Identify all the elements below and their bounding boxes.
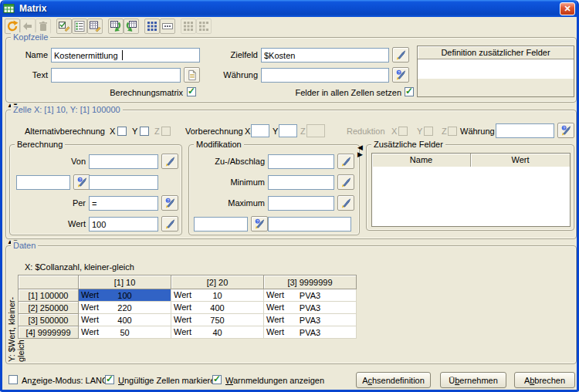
abbrechen-button[interactable]: Abbrechen <box>514 372 575 388</box>
maximum-input[interactable] <box>268 196 334 211</box>
svg-text:?: ? <box>167 198 169 202</box>
text-input[interactable] <box>51 68 181 83</box>
per-label: Per <box>10 198 86 208</box>
cell[interactable]: Wert50 <box>79 326 171 339</box>
table-edit-icon[interactable] <box>87 19 103 34</box>
svg-text:?: ? <box>256 218 259 223</box>
zelle-waehrung-input[interactable] <box>496 123 554 138</box>
cell[interactable]: WertPVA3 <box>264 302 357 314</box>
ungueltige-zellen-checkbox[interactable] <box>105 375 114 384</box>
von-formula-icon[interactable] <box>161 154 178 169</box>
edit-checkbox-icon[interactable] <box>56 19 72 34</box>
zielfeld-formula-icon[interactable] <box>392 47 409 63</box>
per-formula-help-icon[interactable]: ? <box>161 195 178 211</box>
col-header[interactable]: [2] 20 <box>171 275 264 289</box>
cell[interactable]: Wert40 <box>171 326 264 339</box>
zielfeld-input[interactable] <box>261 48 389 63</box>
col-header[interactable]: [1] 10 <box>79 275 171 289</box>
text-label: Text <box>6 70 48 80</box>
alt-y-checkbox[interactable] <box>140 127 149 136</box>
cell[interactable]: WertPVA3 <box>264 314 357 326</box>
name-input[interactable] <box>51 48 200 63</box>
table-export-icon[interactable] <box>124 19 139 34</box>
daten-table: [1] 10 [2] 20 [3] 9999999 [1] 100000 Wer… <box>18 275 357 339</box>
vor-x-input[interactable] <box>251 124 269 137</box>
zelle-waehrung-label: Währung <box>460 127 495 137</box>
grid-disabled-icon-2 <box>196 19 212 34</box>
alt-x-checkbox[interactable] <box>117 127 127 136</box>
achsendefinition-button[interactable]: Achsendefinition <box>356 372 431 388</box>
text-caret <box>122 50 123 60</box>
modifikation-row4-right-input[interactable] <box>268 217 351 231</box>
modifikation-row4-formula-help-icon[interactable]: ? <box>251 216 268 231</box>
zelle-title: Zelle X: [1] 10, Y: [1] 100000 <box>11 105 123 115</box>
ellipsis-icon[interactable] <box>160 19 175 34</box>
modifikation-title: Modifikation <box>194 140 244 150</box>
corner-cell[interactable] <box>19 275 79 289</box>
cell-selected[interactable]: Wert100 <box>79 289 171 302</box>
minimum-formula-icon[interactable] <box>337 174 354 190</box>
zf-col-wert[interactable]: Wert <box>471 154 570 167</box>
maximum-formula-icon[interactable] <box>337 195 354 211</box>
zuabschlag-formula-icon[interactable] <box>337 154 354 169</box>
x-axis-label: X: $Collanzahl, kleiner-gleich <box>25 262 134 272</box>
warnmeldungen-checkbox[interactable] <box>212 375 222 384</box>
table-row: [1] 100000 Wert100 Wert10 WertPVA3 <box>19 289 357 302</box>
row-header[interactable]: [4] 9999999 <box>19 326 79 339</box>
zusaetzliche-felder-table: Name Wert <box>371 153 571 227</box>
zf-col-name[interactable]: Name <box>372 154 471 167</box>
row-header[interactable]: [1] 100000 <box>19 289 79 302</box>
row-header[interactable]: [2] 250000 <box>19 302 79 314</box>
berechnungsmatrix-checkbox[interactable] <box>187 87 196 96</box>
delete-icon <box>36 19 51 34</box>
refresh-icon[interactable] <box>5 19 20 34</box>
cell[interactable]: Wert400 <box>171 302 264 314</box>
berechnung-row2-formula-help-icon[interactable]: ? <box>73 174 90 190</box>
vor-y-input[interactable] <box>279 124 297 137</box>
list-icon[interactable] <box>72 19 87 34</box>
col-header[interactable]: [3] 9999999 <box>264 275 357 289</box>
per-input[interactable] <box>89 196 158 211</box>
felder-in-zellen-checkbox[interactable] <box>405 87 414 96</box>
table-import-icon[interactable] <box>108 19 124 34</box>
grid-icon[interactable] <box>144 19 160 34</box>
window-icon <box>3 2 15 15</box>
berechnung-row2-left-input[interactable] <box>16 175 70 190</box>
kopf-waehrung-formula-help-icon[interactable]: ? <box>392 67 409 83</box>
modifikation-row4-left-input[interactable] <box>194 217 248 231</box>
zusatz-collapse-left-icon[interactable]: ◀▶ <box>357 144 362 158</box>
uebernehmen-button[interactable]: Übernehmen <box>440 372 506 388</box>
berechnungsmatrix-label: Berechnungsmatrix <box>6 88 183 98</box>
warnmeldungen-label: Warnmeldungen anzeigen <box>225 376 324 386</box>
vor-y-label: Y <box>273 127 278 137</box>
red-y-checkbox <box>424 127 433 136</box>
alternativberechnung-label: Alternativberechnung <box>25 127 105 137</box>
close-button[interactable]: ✕ <box>560 2 575 15</box>
anzeige-modus-checkbox[interactable] <box>8 375 18 384</box>
daten-group: Daten X: $Collanzahl, kleiner-gleich Y: … <box>5 245 577 364</box>
kopf-waehrung-input[interactable] <box>261 68 389 83</box>
cell[interactable]: Wert400 <box>79 314 171 326</box>
alt-y-label: Y <box>132 127 137 137</box>
wert-input[interactable] <box>89 217 158 231</box>
row-header[interactable]: [3] 500000 <box>19 314 79 326</box>
cell[interactable]: Wert10 <box>171 289 264 302</box>
modifikation-group: Modifikation Zu-/Abschlag Minimum Maximu… <box>188 144 360 235</box>
wert-formula-icon[interactable] <box>161 216 178 231</box>
zelle-waehrung-formula-help-icon[interactable]: ? <box>557 123 574 138</box>
matrix-window: Matrix ✕ Kopfzeile Name <box>0 0 579 392</box>
minimum-input[interactable] <box>268 175 334 190</box>
cell[interactable]: Wert220 <box>79 302 171 314</box>
cell[interactable]: WertPVA3 <box>264 326 357 339</box>
von-input[interactable] <box>89 154 158 169</box>
alt-x-label: X <box>110 127 115 137</box>
cell[interactable]: WertPVA3 <box>264 289 357 302</box>
cell[interactable]: Wert750 <box>171 314 264 326</box>
berechnung-row2-right-input[interactable] <box>89 175 158 190</box>
definition-felder-header[interactable]: Definition zusätzlicher Felder <box>418 46 574 59</box>
svg-text:?: ? <box>398 69 400 74</box>
ungueltige-zellen-label: Ungültige Zellen markieren <box>118 376 219 386</box>
titlebar[interactable]: Matrix ✕ <box>0 0 579 17</box>
zuabschlag-input[interactable] <box>268 154 334 169</box>
reduktion-label: Reduktion <box>347 127 385 137</box>
